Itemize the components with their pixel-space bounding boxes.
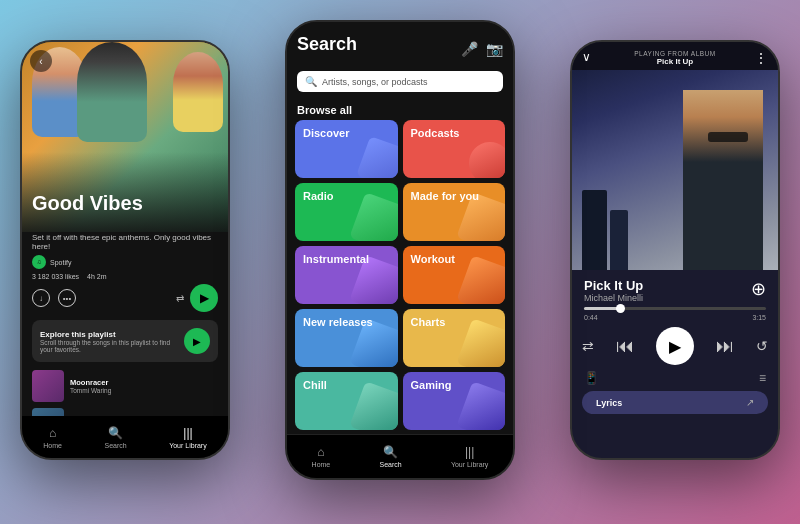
- library-label: Your Library: [169, 442, 207, 449]
- person-silhouette: [683, 90, 763, 270]
- lyrics-label: Lyrics: [596, 398, 622, 408]
- play-button[interactable]: ▶: [190, 284, 218, 312]
- search-input[interactable]: Artists, songs, or podcasts: [322, 77, 495, 87]
- devices-icon[interactable]: 📱: [584, 371, 599, 385]
- lyrics-bar[interactable]: Lyrics ↗: [582, 391, 768, 414]
- search-header: Search 🎤 📷 🔍 Artists, songs, or podcasts: [287, 22, 513, 98]
- chill-deco: [349, 381, 398, 430]
- chevron-down-icon[interactable]: ∨: [582, 50, 591, 64]
- nav-search[interactable]: 🔍 Search: [104, 426, 126, 449]
- previous-button[interactable]: ⏮: [616, 336, 634, 357]
- track-name: Pick It Up: [584, 278, 643, 293]
- camera-icon[interactable]: 📷: [486, 41, 503, 57]
- shuffle-icon[interactable]: ⇄: [176, 293, 184, 304]
- home-icon-center: ⌂: [317, 445, 324, 459]
- center-bottom-nav: ⌂ Home 🔍 Search ||| Your Library: [287, 434, 513, 478]
- hero-person-3: [173, 52, 223, 132]
- explore-desc: Scroll through the songs in this playlis…: [40, 339, 178, 353]
- time-total: 3:15: [752, 314, 766, 321]
- track-info-row: Pick It Up Michael Minelli ⊕: [572, 270, 778, 307]
- lyrics-expand-icon[interactable]: ↗: [746, 397, 754, 408]
- queue-icon[interactable]: ≡: [759, 371, 766, 385]
- add-to-library-button[interactable]: ⊕: [751, 278, 766, 300]
- nav-library-center[interactable]: ||| Your Library: [451, 445, 489, 468]
- track-thumbnail-moonracer: [32, 370, 64, 402]
- progress-track[interactable]: [584, 307, 766, 310]
- category-podcasts[interactable]: Podcasts: [403, 120, 506, 178]
- category-chill[interactable]: Chill: [295, 372, 398, 430]
- building-1: [582, 190, 607, 270]
- download-button[interactable]: ↓: [32, 289, 50, 307]
- playlist-description: Set it off with these epic anthems. Only…: [32, 233, 218, 251]
- search-label-center: Search: [379, 461, 401, 468]
- playlist-title: Good Vibes: [32, 192, 218, 214]
- glasses: [708, 132, 748, 142]
- category-new-releases[interactable]: New releases: [295, 309, 398, 367]
- playing-from-label: PLAYING FROM ALBUM: [582, 50, 768, 57]
- category-gaming[interactable]: Gaming: [403, 372, 506, 430]
- album-art: [572, 70, 778, 270]
- home-label: Home: [43, 442, 62, 449]
- charts-deco: [456, 318, 505, 367]
- category-chill-label: Chill: [303, 379, 327, 392]
- artist-name: Michael Minelli: [584, 293, 643, 303]
- shuffle-button[interactable]: ⇄: [582, 338, 594, 354]
- play-pause-button[interactable]: ▶: [656, 327, 694, 365]
- category-charts[interactable]: Charts: [403, 309, 506, 367]
- track-item[interactable]: Break It FRENCH MIND, Antonia Marquee: [32, 408, 218, 416]
- category-radio-label: Radio: [303, 190, 334, 203]
- search-header-icons: 🎤 📷: [461, 41, 503, 57]
- category-podcasts-label: Podcasts: [411, 127, 460, 140]
- nav-home[interactable]: ⌂ Home: [43, 426, 62, 449]
- back-button[interactable]: ‹: [30, 50, 52, 72]
- category-discover[interactable]: Discover: [295, 120, 398, 178]
- explore-title: Explore this playlist: [40, 330, 178, 339]
- explore-play-button[interactable]: ▶: [184, 328, 210, 354]
- track-info: Moonracer Tommi Waring: [70, 378, 111, 394]
- category-discover-label: Discover: [303, 127, 349, 140]
- source-label: Spotify: [50, 259, 71, 266]
- more-button[interactable]: •••: [58, 289, 76, 307]
- explore-card[interactable]: Explore this playlist Scroll through the…: [32, 320, 218, 362]
- hero-person-2: [77, 42, 147, 142]
- album-name-header: Pick It Up: [582, 57, 768, 66]
- track-title: Moonracer: [70, 378, 111, 387]
- progress-dot: [616, 304, 625, 313]
- track-item[interactable]: Moonracer Tommi Waring: [32, 370, 218, 402]
- track-details: Pick It Up Michael Minelli: [584, 278, 643, 303]
- bottom-nav: ⌂ Home 🔍 Search ||| Your Library: [22, 416, 228, 458]
- nav-search-center[interactable]: 🔍 Search: [379, 445, 401, 468]
- category-instrumental[interactable]: Instrumental: [295, 246, 398, 304]
- category-workout-label: Workout: [411, 253, 455, 266]
- search-bar-icon: 🔍: [305, 76, 317, 87]
- left-phone: ‹ Good Vibes Set it off with these epic …: [20, 40, 230, 460]
- radio-deco: [349, 192, 398, 241]
- category-workout[interactable]: Workout: [403, 246, 506, 304]
- right-phone: ∨ PLAYING FROM ALBUM Pick It Up ⋮ Pick I…: [570, 40, 780, 460]
- controls-row: ↓ ••• ⇄ ▶: [32, 284, 218, 312]
- playback-controls: ⇄ ⏮ ▶ ⏭ ↺: [572, 327, 778, 365]
- track-list: Moonracer Tommi Waring Break It FRENCH M…: [32, 370, 218, 416]
- center-phone-screen: Search 🎤 📷 🔍 Artists, songs, or podcasts…: [287, 22, 513, 478]
- category-radio[interactable]: Radio: [295, 183, 398, 241]
- category-made-for-you-label: Made for you: [411, 190, 479, 203]
- spotify-logo: ♫: [32, 255, 46, 269]
- now-playing-header: ∨ PLAYING FROM ALBUM Pick It Up ⋮: [572, 42, 778, 70]
- repeat-button[interactable]: ↺: [756, 338, 768, 354]
- explore-text: Explore this playlist Scroll through the…: [40, 330, 178, 353]
- meta-row: ♫ Spotify: [32, 255, 218, 269]
- building-2: [610, 210, 628, 270]
- category-made-for-you[interactable]: Made for you: [403, 183, 506, 241]
- nav-library[interactable]: ||| Your Library: [169, 426, 207, 449]
- extra-controls: 📱 ≡: [572, 371, 778, 385]
- microphone-icon[interactable]: 🎤: [461, 41, 478, 57]
- library-icon: |||: [183, 426, 192, 440]
- now-playing-info-header: PLAYING FROM ALBUM Pick It Up: [582, 50, 768, 66]
- more-options-icon[interactable]: ⋮: [754, 50, 768, 66]
- nav-home-center[interactable]: ⌂ Home: [312, 445, 331, 468]
- category-instrumental-label: Instrumental: [303, 253, 369, 266]
- category-new-releases-label: New releases: [303, 316, 373, 329]
- next-button[interactable]: ⏭: [716, 336, 734, 357]
- search-bar[interactable]: 🔍 Artists, songs, or podcasts: [297, 71, 503, 92]
- right-phone-screen: ∨ PLAYING FROM ALBUM Pick It Up ⋮ Pick I…: [572, 42, 778, 458]
